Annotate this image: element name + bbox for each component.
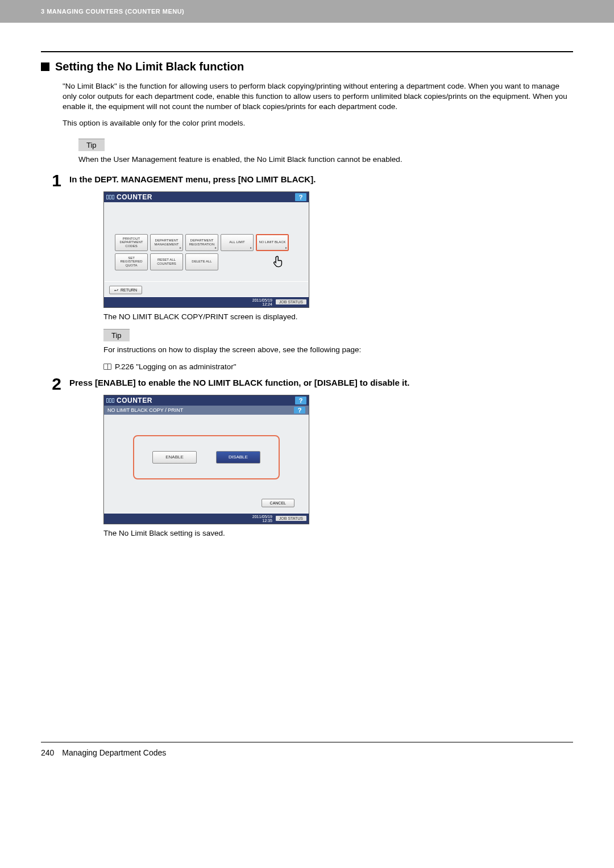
counter-panel-screenshot-2: COUNTER ? NO LIMIT BLACK COPY / PRINT ? …: [103, 395, 309, 524]
all-limit-button[interactable]: ALL LIMIT▸: [221, 234, 254, 251]
chevron-right-icon: ▸: [215, 246, 217, 250]
step-2: 2 Press [ENABLE] to enable the NO LIMIT …: [41, 375, 573, 393]
return-button[interactable]: ⮐ RETURN: [109, 286, 142, 294]
breadcrumb: 3 MANAGING COUNTERS (COUNTER MENU): [41, 8, 184, 15]
footer-title: Managing Department Codes: [62, 748, 166, 757]
step1-caption: The NO LIMIT BLACK COPY/PRINT screen is …: [103, 312, 573, 321]
panel-titlebar: COUNTER ?: [104, 192, 309, 202]
panel-title: COUNTER: [117, 193, 152, 201]
step-1: 1 In the DEPT. MANAGEMENT menu, press [N…: [41, 172, 573, 189]
printout-dept-codes-button[interactable]: PRINTOUT DEPARTMENT CODES: [115, 234, 148, 251]
no-limit-black-button[interactable]: NO LIMIT BLACK▸: [256, 234, 289, 251]
page-header-bar: 3 MANAGING COUNTERS (COUNTER MENU): [0, 0, 614, 23]
enable-button[interactable]: ENABLE: [152, 451, 197, 464]
page-footer: 240 Managing Department Codes: [41, 742, 573, 757]
tip-label: Tip: [78, 139, 105, 151]
step-heading: Press [ENABLE] to enable the NO LIMIT BL…: [69, 378, 573, 387]
step-heading: In the DEPT. MANAGEMENT menu, press [NO …: [69, 174, 573, 184]
chevron-right-icon: ▸: [180, 246, 181, 250]
counter-icon: [106, 195, 114, 199]
counter-icon: [106, 398, 114, 403]
tip-body: When the User Management feature is enab…: [78, 155, 573, 165]
job-status-button[interactable]: JOB STATUS: [276, 299, 306, 304]
page-content: Setting the No Limit Black function "No …: [0, 23, 614, 774]
section-title: Setting the No Limit Black function: [41, 60, 573, 73]
help-button[interactable]: ?: [295, 193, 306, 201]
cancel-button[interactable]: CANCEL: [262, 499, 294, 507]
step-number: 2: [41, 375, 69, 393]
job-status-button[interactable]: JOB STATUS: [276, 516, 306, 521]
book-icon: [103, 364, 111, 370]
section-title-text: Setting the No Limit Black function: [55, 60, 244, 73]
chevron-right-icon: ▸: [285, 246, 287, 250]
reset-all-counters-button[interactable]: RESET ALL COUNTERS: [150, 253, 183, 270]
counter-panel-screenshot-1: COUNTER ? PRINTOUT DEPARTMENT CODES DEPA…: [103, 191, 309, 308]
dept-registration-button[interactable]: DEPARTMENT REGISTRATION▸: [185, 234, 218, 251]
return-arrow-icon: ⮐: [114, 288, 118, 292]
step-number: 1: [41, 172, 69, 189]
panel-status-bar: 2011/05/19 12:24 JOB STATUS: [104, 297, 309, 307]
section-divider: [41, 51, 573, 52]
pointer-hand-icon: [272, 254, 287, 271]
intro-paragraph: "No Limit Black" is the function for all…: [63, 81, 573, 112]
intro-paragraph-2: This option is available only for the co…: [63, 118, 573, 128]
highlight-frame: ENABLE DISABLE: [133, 435, 280, 479]
set-registered-quota-button[interactable]: SET REGISTERED QUOTA: [115, 253, 148, 270]
dept-management-button[interactable]: DEPARTMENT MANAGEMENT▸: [150, 234, 183, 251]
tip-body-2: For instructions on how to display the s…: [103, 345, 573, 356]
panel-status-bar: 2011/05/19 12:35 JOB STATUS: [104, 514, 309, 524]
panel-title: COUNTER: [117, 397, 152, 404]
help-button[interactable]: ?: [295, 397, 306, 404]
delete-all-button[interactable]: DELETE ALL: [185, 253, 218, 270]
page-reference: P.226 "Logging on as administrator": [103, 362, 573, 371]
step2-caption: The No Limit Black setting is saved.: [103, 529, 573, 537]
bullet-square-icon: [41, 62, 49, 71]
disable-button[interactable]: DISABLE: [216, 451, 260, 464]
help-button[interactable]: ?: [294, 407, 305, 414]
tip-label-2: Tip: [103, 329, 130, 341]
page-number: 240: [41, 748, 54, 757]
datetime-label: 2011/05/19 12:35: [252, 515, 272, 523]
datetime-label: 2011/05/19 12:24: [252, 298, 272, 306]
panel-subtitle-bar: NO LIMIT BLACK COPY / PRINT ?: [104, 406, 309, 415]
chevron-right-icon: ▸: [250, 246, 252, 250]
panel-titlebar: COUNTER ?: [104, 395, 309, 406]
